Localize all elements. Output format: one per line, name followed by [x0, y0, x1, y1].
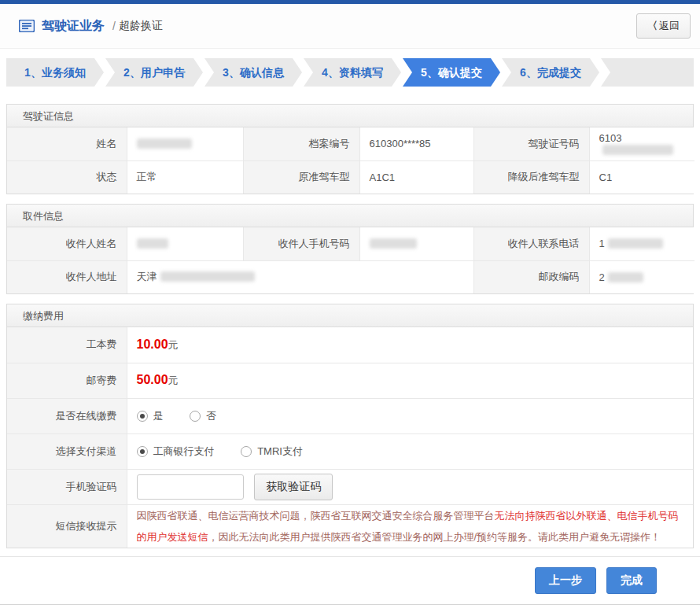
step-5-confirm-submit: 5、确认提交 — [403, 58, 500, 87]
license-section-title: 驾驶证信息 — [7, 105, 693, 127]
work-fee-unit: 元 — [168, 339, 179, 351]
previous-step-button[interactable]: 上一步 — [535, 567, 596, 594]
sms-notice-text: 因陕西省联通、电信运营商技术问题，陕西省互联网交通安全综合服务管理平台无法向持陕… — [127, 504, 693, 548]
notice-segment: 因陕西省联通、电信运营商技术问题，陕西省互联网交通安全综合服务管理平台 — [137, 510, 495, 522]
pickup-section-title: 取件信息 — [7, 205, 693, 227]
step-6-done: 6、完成提交 — [502, 58, 599, 87]
license-no-value: 6103 — [589, 127, 694, 160]
recipient-phone-value: 1 — [589, 227, 694, 260]
table-row: 选择支付渠道 工商银行支付 TMRI支付 — [7, 433, 693, 469]
recipient-name-value — [127, 227, 243, 260]
radio-option-no[interactable]: 否 — [190, 410, 216, 422]
footer-actions: 上一步 完成 — [0, 556, 700, 603]
postcode-label: 邮政编码 — [473, 260, 589, 293]
radio-icbc-label: 工商银行支付 — [153, 445, 215, 457]
status-label: 状态 — [7, 160, 127, 194]
post-fee-value: 50.00元 — [127, 363, 693, 398]
radio-no-label: 否 — [206, 410, 216, 422]
back-button-label: 返回 — [659, 20, 680, 31]
address-value: 天津 — [127, 260, 473, 293]
work-fee-amount: 10.00 — [137, 338, 168, 351]
payment-section-title: 缴纳费用 — [7, 304, 693, 327]
radio-icbc-icon[interactable] — [137, 446, 148, 457]
radio-option-icbc[interactable]: 工商银行支付 — [137, 445, 215, 457]
radio-no-icon[interactable] — [190, 411, 201, 422]
table-row: 状态 正常 原准驾车型 A1C1 降级后准驾车型 C1 — [7, 160, 694, 194]
recipient-name-label: 收件人姓名 — [7, 227, 127, 260]
redacted-postcode — [608, 272, 643, 282]
name-value — [127, 127, 243, 160]
step-filler — [601, 58, 694, 87]
redacted-name — [137, 138, 192, 149]
address-label: 收件人地址 — [7, 260, 127, 293]
redacted-license-no — [602, 145, 673, 155]
pay-channel-label: 选择支付渠道 — [7, 433, 127, 469]
radio-option-tmri[interactable]: TMRI支付 — [241, 445, 303, 457]
redacted-address — [160, 271, 255, 282]
table-row: 邮寄费 50.00元 — [7, 363, 693, 398]
license-info-section: 驾驶证信息 姓名 档案编号 610300****85 驾驶证号码 6103 状态… — [6, 104, 694, 194]
downgrade-class-label: 降级后准驾车型 — [473, 160, 589, 194]
breadcrumb-current: 超龄换证 — [119, 19, 163, 33]
step-1-notice: 1、业务须知 — [6, 58, 104, 87]
radio-option-yes[interactable]: 是 — [137, 410, 164, 422]
license-no-label: 驾驶证号码 — [473, 127, 589, 160]
pickup-info-section: 取件信息 收件人姓名 收件人手机号码 收件人联系电话 1 收件人地址 天津 邮政… — [6, 204, 694, 294]
name-label: 姓名 — [7, 127, 127, 160]
table-row: 是否在线缴费 是 否 — [7, 398, 693, 433]
online-pay-options: 是 否 — [127, 398, 693, 433]
breadcrumb-separator: / — [112, 20, 116, 32]
radio-yes-icon[interactable] — [137, 411, 148, 422]
license-service-icon — [19, 20, 35, 32]
redacted-recipient-name — [137, 238, 168, 249]
downgrade-class-value: C1 — [589, 160, 694, 194]
sms-code-row: 获取验证码 — [127, 469, 693, 504]
recipient-phone-label: 收件人联系电话 — [473, 227, 589, 260]
recipient-mobile-value — [359, 227, 473, 260]
table-row: 收件人地址 天津 邮政编码 2 — [7, 260, 694, 293]
postcode-value: 2 — [589, 260, 694, 293]
sms-code-input[interactable] — [137, 474, 244, 500]
step-2-declaration: 2、用户申告 — [105, 58, 203, 87]
post-fee-unit: 元 — [168, 374, 179, 386]
file-no-value: 610300****85 — [359, 127, 473, 160]
step-4-fill-data: 4、资料填写 — [304, 58, 401, 87]
file-no-label: 档案编号 — [243, 127, 359, 160]
payment-section: 缴纳费用 工本费 10.00元 邮寄费 50.00元 是否在线缴费 是 否 选择… — [6, 304, 694, 548]
back-button[interactable]: 〈返回 — [636, 13, 691, 39]
step-wizard: 1、业务须知 2、用户申告 3、确认信息 4、资料填写 5、确认提交 6、完成提… — [6, 58, 694, 87]
recipient-mobile-label: 收件人手机号码 — [243, 227, 359, 260]
table-row: 工本费 10.00元 — [7, 327, 693, 363]
sms-notice-label: 短信接收提示 — [7, 504, 127, 548]
step-3-confirm-info: 3、确认信息 — [204, 58, 302, 87]
status-value: 正常 — [127, 160, 243, 194]
radio-tmri-icon[interactable] — [241, 446, 252, 457]
orig-class-label: 原准驾车型 — [243, 160, 359, 194]
work-fee-value: 10.00元 — [127, 327, 693, 363]
radio-yes-label: 是 — [153, 410, 164, 422]
page-header: 驾驶证业务 / 超龄换证 〈返回 — [0, 4, 700, 49]
redacted-recipient-mobile — [370, 238, 417, 249]
get-code-button[interactable]: 获取验证码 — [254, 474, 333, 500]
page-title: 驾驶证业务 — [42, 18, 105, 35]
finish-button[interactable]: 完成 — [606, 567, 657, 594]
orig-class-value: A1C1 — [359, 160, 473, 194]
sms-code-label: 手机验证码 — [7, 469, 127, 504]
table-row: 姓名 档案编号 610300****85 驾驶证号码 6103 — [7, 127, 694, 160]
table-row: 手机验证码 获取验证码 — [7, 469, 693, 504]
post-fee-amount: 50.00 — [137, 373, 168, 386]
table-row: 收件人姓名 收件人手机号码 收件人联系电话 1 — [7, 227, 694, 260]
work-fee-label: 工本费 — [7, 327, 127, 363]
breadcrumb: 驾驶证业务 / 超龄换证 — [19, 18, 163, 35]
radio-tmri-label: TMRI支付 — [257, 445, 303, 457]
table-row: 短信接收提示 因陕西省联通、电信运营商技术问题，陕西省互联网交通安全综合服务管理… — [7, 504, 693, 548]
pay-channel-options: 工商银行支付 TMRI支付 — [127, 433, 693, 469]
post-fee-label: 邮寄费 — [7, 363, 127, 398]
online-pay-label: 是否在线缴费 — [7, 398, 127, 433]
redacted-recipient-phone — [608, 238, 663, 249]
chevron-left-icon: 〈 — [647, 20, 658, 31]
notice-segment: ，因此无法向此类用户提供陕西省交通管理业务的网上办理/预约等服务。请此类用户避免… — [208, 531, 661, 543]
